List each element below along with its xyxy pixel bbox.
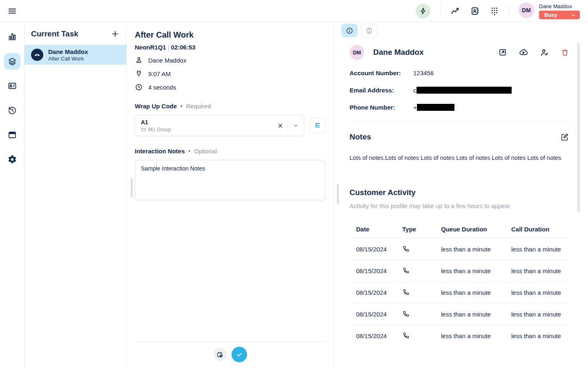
user-name: Dane Maddox: [539, 3, 572, 9]
customer-activity-title: Customer Activity: [350, 188, 569, 197]
activity-table-row[interactable]: 08/15/2024 less than a minute less than …: [350, 238, 569, 260]
current-task-title: Current Task: [31, 29, 78, 38]
contacts-button[interactable]: [470, 6, 480, 16]
activity-date: 08/15/2024: [356, 267, 402, 274]
info-row-phone: Phone Number: +: [350, 104, 569, 111]
add-task-button[interactable]: [111, 29, 120, 38]
user-avatar[interactable]: DM: [519, 2, 534, 18]
profile-panel: DM Dane Maddox: [334, 22, 588, 368]
current-task-panel: Current Task Dane Maddox After Call Work: [24, 22, 127, 368]
topbar-divider: [509, 6, 510, 16]
open-external-button[interactable]: [498, 48, 507, 57]
menu-button[interactable]: [7, 6, 17, 16]
email-label: Email Address:: [350, 87, 413, 94]
bullet: •: [189, 148, 191, 154]
activity-call-duration: less than a minute: [511, 246, 563, 253]
redacted-phone: [417, 104, 454, 111]
performance-button[interactable]: [450, 6, 460, 16]
activity-date: 08/15/2024: [356, 311, 402, 318]
profile-avatar: DM: [350, 45, 364, 60]
activity-call-duration: less than a minute: [511, 289, 563, 296]
acw-detail-contact: Dane Maddox: [135, 56, 325, 64]
notes-text: Lots of notes.Lots of notes Lots of note…: [350, 154, 569, 162]
topbar: DM Dane Maddox Busy: [0, 0, 588, 22]
person-icon: [135, 56, 143, 64]
status-dropdown[interactable]: Busy: [539, 11, 580, 19]
redacted-email: [416, 87, 512, 94]
sidebar-item-apps[interactable]: [4, 127, 20, 143]
sidebar-item-interactions[interactable]: [4, 53, 20, 70]
wrapup-dropdown-button[interactable]: [292, 121, 300, 130]
clear-wrapup-button[interactable]: [277, 122, 284, 129]
col-type: Type: [402, 226, 441, 233]
info-row-email: Email Address: c: [350, 87, 569, 94]
folder-icon: [141, 127, 146, 132]
sidebar-item-settings[interactable]: [4, 151, 20, 168]
complete-icon: [235, 350, 243, 359]
tab-profile-info[interactable]: [341, 24, 358, 37]
after-call-work-panel: After Call Work NeonR1Q1|02:06:53 Dane M…: [127, 22, 334, 368]
dialpad-button[interactable]: [490, 6, 499, 16]
delete-icon: [561, 48, 569, 57]
topbar-divider: [440, 6, 441, 16]
call-icon: [402, 332, 441, 339]
call-icon: [402, 310, 441, 318]
profile-name: Dane Maddox: [373, 48, 424, 57]
sidebar-item-performance[interactable]: [4, 29, 20, 45]
browse-wrapup-codes-button[interactable]: [310, 118, 325, 133]
end-call-icon: [31, 49, 43, 61]
chevron-down-icon: [292, 121, 300, 130]
delete-contact-button[interactable]: [561, 48, 569, 57]
activity-table: Date Type Queue Duration Call Duration 0…: [350, 220, 569, 346]
activity-call-duration: less than a minute: [511, 311, 563, 318]
activity-queue-duration: less than a minute: [441, 289, 511, 296]
profile-scrollbar-thumb[interactable]: [337, 184, 339, 204]
history-icon: [7, 105, 17, 115]
col-call-duration: Call Duration: [511, 226, 563, 233]
contacts-icon: [7, 81, 17, 91]
sidebar-item-contacts[interactable]: [4, 78, 20, 94]
sidebar-item-history[interactable]: [4, 102, 20, 119]
customer-activity-subtitle: Activity for this profile may take up to…: [350, 202, 569, 209]
cloud-download-icon: [519, 47, 528, 57]
acw-detail-time: 9:07 AM: [135, 70, 325, 78]
topbar-center-group: [416, 4, 510, 18]
interaction-notes-input[interactable]: Sample Interaction Notes: [135, 160, 325, 200]
journey-icon: [365, 27, 373, 35]
task-list-item[interactable]: Dane Maddox After Call Work: [24, 45, 126, 65]
activity-table-row[interactable]: 08/15/2024 less than a minute less than …: [350, 281, 569, 303]
acw-scrollbar-thumb[interactable]: [131, 178, 133, 197]
quick-actions-button[interactable]: [416, 4, 430, 18]
edit-notes-button[interactable]: [560, 132, 569, 141]
notes-optional: Optional: [194, 148, 217, 155]
sidebar: [0, 22, 24, 368]
tab-journey[interactable]: [361, 24, 377, 37]
dialpad-icon: [490, 6, 499, 16]
schedule-callback-button[interactable]: [214, 348, 227, 361]
acw-footer: [135, 342, 325, 368]
activity-table-header: Date Type Queue Duration Call Duration: [350, 220, 569, 238]
acw-queue-line: NeonR1Q1|02:06:53: [135, 44, 325, 51]
activity-date: 08/15/2024: [356, 332, 402, 339]
download-profile-button[interactable]: [519, 47, 528, 57]
open-external-icon: [498, 48, 507, 57]
call-icon: [402, 245, 441, 253]
complete-wrapup-button[interactable]: [232, 347, 247, 362]
acw-connect-time: 9:07 AM: [148, 70, 171, 77]
page-scrollbar-thumb[interactable]: [577, 43, 580, 213]
interaction-notes-label: Interaction Notes: [135, 148, 185, 155]
acw-timer: 02:06:53: [171, 44, 196, 51]
wrapup-required: Required: [186, 103, 211, 110]
plus-icon: [111, 29, 120, 38]
app-window: DM Dane Maddox Busy: [0, 0, 588, 368]
activity-table-row[interactable]: 08/15/2024 less than a minute less than …: [350, 325, 569, 346]
tree-view-icon: [314, 121, 322, 130]
activity-table-row[interactable]: 08/15/2024 less than a minute less than …: [350, 260, 569, 281]
wrapup-code-select[interactable]: A1 M1 Group: [135, 115, 304, 136]
edit-contact-button[interactable]: [540, 48, 549, 57]
info-icon: [345, 27, 354, 35]
activity-table-row[interactable]: 08/15/2024 less than a minute less than …: [350, 303, 569, 325]
profile-tabs: [334, 22, 588, 37]
performance-icon: [450, 6, 460, 16]
apps-icon: [7, 130, 17, 140]
